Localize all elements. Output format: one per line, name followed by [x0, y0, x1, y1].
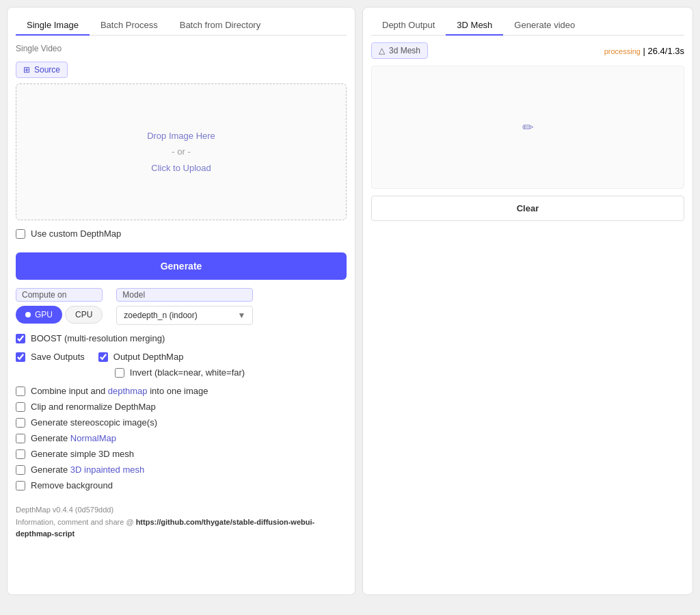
- processing-stats: 26.4/1.3s: [648, 46, 685, 56]
- gpu-label: GPU: [35, 310, 53, 319]
- source-button[interactable]: ⊞ Source: [16, 62, 68, 78]
- mesh-header: △ 3d Mesh processing | 26.4/1.3s: [371, 42, 684, 59]
- options-section: BOOST (multi-resolution merging) Save Ou…: [16, 333, 347, 490]
- processing-status: processing | 26.4/1.3s: [604, 46, 684, 56]
- custom-depthmap-label: Use custom DepthMap: [31, 228, 121, 239]
- source-label: Source: [34, 65, 60, 75]
- simple-mesh-label: Generate simple 3D mesh: [31, 449, 134, 459]
- compute-section: Compute on GPU CPU: [16, 288, 103, 324]
- drop-zone-line2: - or -: [172, 144, 190, 159]
- combine-row: Combine input and depthmap into one imag…: [16, 386, 347, 396]
- output-depthmap-label: Output DepthMap: [113, 352, 184, 362]
- boost-checkbox[interactable]: [16, 334, 25, 343]
- clip-label: Clip and renormalize DepthMap: [31, 402, 156, 412]
- source-icon: ⊞: [23, 65, 30, 75]
- compute-label: Compute on: [16, 288, 103, 302]
- boost-label: BOOST (multi-resolution merging): [31, 333, 165, 343]
- save-outputs-checkbox[interactable]: [16, 352, 25, 362]
- pencil-icon: ✏: [522, 119, 534, 135]
- outputs-row: Save Outputs Output DepthMap Invert (bla…: [16, 352, 347, 378]
- stereoscopic-label: Generate stereoscopic image(s): [31, 417, 157, 428]
- left-tabs: Single Image Batch Process Batch from Di…: [16, 16, 347, 36]
- output-depthmap-checkbox[interactable]: [98, 352, 108, 362]
- model-value: zoedepth_n (indoor): [124, 311, 197, 320]
- model-section: Model zoedepth_n (indoor) ▼: [116, 288, 253, 325]
- combine-label: Combine input and depthmap into one imag…: [31, 386, 208, 396]
- invert-checkbox[interactable]: [115, 368, 124, 378]
- tab-3d-mesh[interactable]: 3D Mesh: [446, 16, 503, 36]
- simple-mesh-row: Generate simple 3D mesh: [16, 449, 347, 459]
- combine-label-text2: into one image: [148, 386, 208, 396]
- gpu-cpu-row: GPU CPU: [16, 306, 103, 324]
- sub-tab-single-video[interactable]: Single Video: [16, 41, 347, 56]
- tab-generate-video[interactable]: Generate video: [503, 16, 586, 36]
- mesh-label: 3d Mesh: [389, 46, 420, 55]
- mesh-icon: △: [379, 46, 385, 55]
- gpu-dot: [25, 312, 31, 317]
- footer-link-row: Information, comment and share @ https:/…: [16, 516, 347, 540]
- remove-bg-checkbox[interactable]: [16, 481, 25, 490]
- combine-label-depthmap: depthmap: [108, 386, 148, 396]
- footer: DepthMap v0.4.4 (0d579ddd) Information, …: [16, 504, 347, 540]
- compute-model-row: Compute on GPU CPU Model zoedepth_n (ind…: [16, 288, 347, 325]
- output-depthmap-row: Output DepthMap: [98, 352, 245, 362]
- footer-link-prefix: Information, comment and share @: [16, 518, 136, 526]
- combine-checkbox[interactable]: [16, 387, 25, 396]
- custom-depthmap-row: Use custom DepthMap: [16, 228, 347, 239]
- processing-text: processing: [604, 47, 641, 55]
- model-dropdown[interactable]: zoedepth_n (indoor) ▼: [116, 306, 253, 325]
- generate-button[interactable]: Generate: [16, 252, 347, 280]
- clip-checkbox[interactable]: [16, 402, 25, 412]
- cpu-button[interactable]: CPU: [65, 306, 103, 324]
- output-depthmap-col: Output DepthMap Invert (black=near, whit…: [98, 352, 245, 378]
- simple-mesh-checkbox[interactable]: [16, 449, 25, 459]
- combine-label-text1: Combine input and: [31, 386, 108, 396]
- footer-version: DepthMap v0.4.4 (0d579ddd): [16, 504, 347, 516]
- drop-zone-line3: Click to Upload: [151, 160, 211, 176]
- tab-batch-process[interactable]: Batch Process: [90, 16, 169, 36]
- normalmap-label: Generate NormalMap: [31, 433, 116, 443]
- invert-label: Invert (black=near, white=far): [130, 367, 245, 378]
- mesh-preview: ✏: [371, 66, 684, 189]
- app-container: Single Image Batch Process Batch from Di…: [7, 7, 693, 595]
- save-outputs-label: Save Outputs: [31, 352, 85, 362]
- remove-bg-row: Remove background: [16, 480, 347, 490]
- tab-single-image[interactable]: Single Image: [16, 16, 90, 36]
- inpainted-mesh-row: Generate 3D inpainted mesh: [16, 464, 347, 475]
- tab-batch-directory[interactable]: Batch from Directory: [169, 16, 271, 36]
- right-tabs: Depth Output 3D Mesh Generate video: [371, 16, 684, 36]
- normalmap-checkbox[interactable]: [16, 434, 25, 443]
- stereoscopic-checkbox[interactable]: [16, 418, 25, 428]
- drop-zone[interactable]: Drop Image Here - or - Click to Upload: [16, 83, 347, 220]
- right-panel: Depth Output 3D Mesh Generate video △ 3d…: [362, 7, 693, 595]
- save-outputs-col: Save Outputs: [16, 352, 85, 362]
- normalmap-row: Generate NormalMap: [16, 433, 347, 443]
- clip-row: Clip and renormalize DepthMap: [16, 402, 347, 412]
- gpu-button[interactable]: GPU: [16, 306, 62, 324]
- processing-separator: |: [643, 46, 648, 56]
- invert-row: Invert (black=near, white=far): [98, 367, 245, 378]
- stereoscopic-row: Generate stereoscopic image(s): [16, 417, 347, 428]
- mesh-label-button[interactable]: △ 3d Mesh: [371, 42, 428, 59]
- boost-row: BOOST (multi-resolution merging): [16, 333, 347, 343]
- remove-bg-label: Remove background: [31, 480, 113, 490]
- custom-depthmap-checkbox[interactable]: [16, 229, 25, 239]
- inpainted-mesh-checkbox[interactable]: [16, 465, 25, 475]
- inpainted-mesh-label: Generate 3D inpainted mesh: [31, 464, 144, 475]
- chevron-down-icon: ▼: [237, 311, 245, 320]
- drop-zone-line1: Drop Image Here: [147, 128, 215, 144]
- save-outputs-row: Save Outputs: [16, 352, 85, 362]
- model-label: Model: [116, 288, 253, 302]
- clear-button[interactable]: Clear: [371, 196, 684, 221]
- left-panel: Single Image Batch Process Batch from Di…: [7, 7, 355, 595]
- tab-depth-output[interactable]: Depth Output: [371, 16, 446, 36]
